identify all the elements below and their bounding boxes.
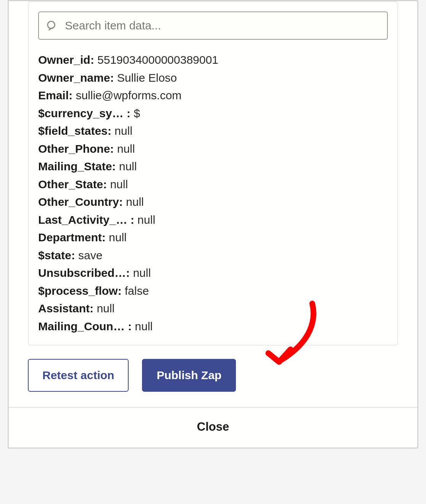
close-button[interactable]: Close (197, 420, 229, 434)
data-key: $process_flow: (38, 284, 121, 297)
data-key: $field_states: (38, 124, 111, 137)
data-row[interactable]: Mailing_State: null (38, 158, 388, 176)
data-value: null (119, 160, 137, 173)
data-list: Owner_id: 5519034000000389001 Owner_name… (38, 51, 388, 335)
data-row[interactable]: $state: save (38, 247, 388, 265)
data-key: $currency_sy… : (38, 107, 131, 120)
data-key: Other_Country: (38, 195, 123, 208)
data-key: Other_Phone: (38, 142, 114, 155)
data-key: Owner_name: (38, 71, 114, 84)
data-key: Unsubscribed…: (38, 267, 130, 279)
data-row[interactable]: Unsubscribed…: null (38, 264, 388, 282)
modal-panel: Owner_id: 5519034000000389001 Owner_name… (8, 0, 418, 449)
data-key: Department: (38, 231, 106, 244)
data-row[interactable]: Other_Country: null (38, 193, 388, 211)
search-icon (46, 19, 58, 32)
data-value: null (126, 195, 144, 208)
data-value: sullie@wpforms.com (76, 89, 181, 102)
data-value: null (117, 142, 135, 155)
data-key: $state: (38, 249, 75, 262)
publish-zap-button[interactable]: Publish Zap (142, 359, 236, 392)
search-input[interactable] (38, 11, 388, 40)
data-row[interactable]: Email: sullie@wpforms.com (38, 87, 388, 105)
data-key: Last_Activity_… : (38, 213, 134, 226)
data-value: $ (134, 107, 140, 120)
data-value: null (110, 178, 128, 191)
data-key: Other_State: (38, 178, 107, 191)
data-key: Mailing_Coun… : (38, 320, 132, 333)
data-row[interactable]: Department: null (38, 229, 388, 247)
data-value: null (137, 213, 155, 226)
data-row[interactable]: Last_Activity_… : null (38, 211, 388, 229)
data-row[interactable]: Assistant: null (38, 300, 388, 318)
content-area: Owner_id: 5519034000000389001 Owner_name… (9, 1, 417, 346)
svg-point-0 (48, 21, 55, 29)
retest-action-button[interactable]: Retest action (28, 359, 129, 392)
data-key: Mailing_State: (38, 160, 116, 173)
data-value: Sullie Eloso (117, 71, 177, 84)
data-value: null (135, 320, 153, 333)
data-value: 5519034000000389001 (97, 53, 218, 66)
data-value: null (109, 231, 127, 244)
data-row[interactable]: Owner_name: Sullie Eloso (38, 69, 388, 87)
data-row[interactable]: $process_flow: false (38, 282, 388, 300)
data-row[interactable]: Other_Phone: null (38, 140, 388, 158)
button-row: Retest action Publish Zap (9, 346, 417, 407)
data-row[interactable]: Owner_id: 5519034000000389001 (38, 51, 388, 69)
data-value: save (78, 249, 102, 262)
data-panel: Owner_id: 5519034000000389001 Owner_name… (28, 1, 398, 346)
data-value: null (115, 124, 132, 137)
search-wrapper (38, 11, 388, 40)
data-row[interactable]: $currency_sy… : $ (38, 105, 388, 123)
data-key: Email: (38, 89, 73, 102)
data-value: false (125, 284, 149, 297)
data-key: Owner_id: (38, 53, 94, 66)
modal-footer: Close (9, 407, 417, 447)
data-row[interactable]: Mailing_Coun… : null (38, 318, 388, 336)
data-row[interactable]: Other_State: null (38, 176, 388, 194)
data-key: Assistant: (38, 302, 94, 315)
data-value: null (133, 267, 151, 279)
data-value: null (97, 302, 115, 315)
data-row[interactable]: $field_states: null (38, 122, 388, 140)
